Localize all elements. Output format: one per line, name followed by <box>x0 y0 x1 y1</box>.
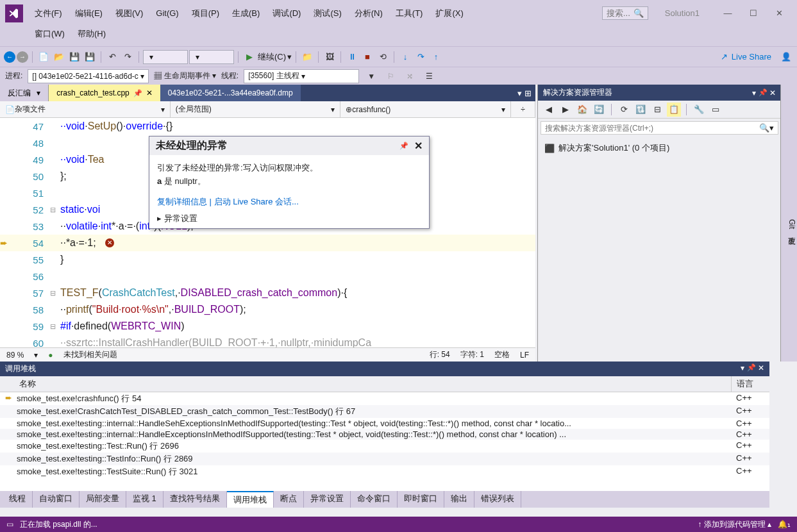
bottom-tab[interactable]: 命令窗口 <box>351 491 398 508</box>
error-icon[interactable]: ✕ <box>105 238 114 247</box>
screenshot-icon[interactable]: 🖼 <box>323 50 337 64</box>
step-over-icon[interactable]: ↷ <box>414 50 428 64</box>
git-changes-tab[interactable]: Git 更改 <box>780 85 797 362</box>
menu-git[interactable]: Git(G) <box>149 6 185 21</box>
menu-build[interactable]: 生成(B) <box>226 5 266 22</box>
tab-disassembly[interactable]: 反汇编 ▾ <box>0 85 49 101</box>
split-icon[interactable]: ÷ <box>511 101 535 117</box>
zoom-level[interactable]: 89 % <box>6 351 24 360</box>
pane-close-icon[interactable]: ✕ <box>769 88 776 97</box>
process-combo[interactable]: [] 043e1e02-5e21-4116-ad6d-c ▾ <box>28 69 149 83</box>
code-editor[interactable]: 47··void·SetUp()·override·{} 48 49··void… <box>0 118 535 347</box>
pin-popup-icon[interactable]: 📌 <box>399 142 408 150</box>
back-icon[interactable]: ◀ <box>542 103 556 117</box>
callstack-row[interactable]: smoke_test.exe!testing::internal::Handle… <box>0 429 769 440</box>
stop-icon[interactable]: ■ <box>360 50 374 64</box>
bottom-tab[interactable]: 查找符号结果 <box>164 491 227 508</box>
new-file-icon[interactable]: 📄 <box>37 50 51 64</box>
pin-icon[interactable]: 📌 <box>133 89 142 97</box>
restart-icon[interactable]: ⟲ <box>376 50 390 64</box>
stack-icon[interactable]: ☰ <box>422 69 436 83</box>
nav-func-combo[interactable]: ⊕ crashfunc()▾ <box>340 101 511 117</box>
live-share-button[interactable]: ↗ Live Share <box>714 52 778 62</box>
fwd-icon[interactable]: ▶ <box>558 103 573 117</box>
lifecycle-label[interactable]: ▦ 生命周期事件 ▾ <box>154 71 216 81</box>
menu-help[interactable]: 帮助(H) <box>71 26 112 42</box>
save-icon[interactable]: 💾 <box>67 50 81 64</box>
close-tab-icon[interactable]: ✕ <box>146 88 153 97</box>
pane-dropdown-icon[interactable]: ▾ <box>741 363 744 374</box>
bottom-tab[interactable]: 异常设置 <box>304 491 351 508</box>
nav-project-combo[interactable]: 📄 杂项文件▾ <box>0 101 171 117</box>
sync-icon[interactable]: ⟳ <box>617 103 631 117</box>
filter-icon[interactable]: ▼ <box>364 69 378 83</box>
bottom-tab[interactable]: 输出 <box>444 491 474 508</box>
close-button[interactable]: ✕ <box>766 5 792 22</box>
step-out-icon[interactable]: ↑ <box>429 50 443 64</box>
solution-tree[interactable]: ⬛ 解决方案'Solution1' (0 个项目) <box>538 137 781 159</box>
menu-view[interactable]: 视图(V) <box>109 5 149 22</box>
undo-icon[interactable]: ↶ <box>105 50 119 64</box>
col-name[interactable]: 名称 <box>0 376 731 392</box>
bottom-tab[interactable]: 断点 <box>274 491 304 508</box>
pane-pin-icon[interactable]: 📌 <box>759 88 768 97</box>
home-icon[interactable]: 🏠 <box>575 103 589 117</box>
quick-search[interactable]: 🔍 <box>602 6 648 20</box>
callstack-row[interactable]: smoke_test.exe!testing::internal::Handle… <box>0 418 769 429</box>
bottom-tab[interactable]: 自动窗口 <box>33 491 80 508</box>
bottom-tab[interactable]: 错误列表 <box>474 491 521 508</box>
show-all-icon[interactable]: 📋 <box>667 103 681 117</box>
platform-combo[interactable]: ▾ <box>189 50 234 64</box>
switch-view-icon[interactable]: 🔄 <box>592 103 606 117</box>
pane-dropdown-icon[interactable]: ▾ <box>752 88 756 97</box>
notifications-icon[interactable]: 🔔₁ <box>778 520 791 529</box>
copy-details-link[interactable]: 复制详细信息 <box>157 197 207 206</box>
bottom-tab[interactable]: 局部变量 <box>80 491 126 508</box>
collapse-icon[interactable]: ⊟ <box>650 103 664 117</box>
menu-project[interactable]: 项目(P) <box>185 5 226 22</box>
maximize-button[interactable]: ☐ <box>741 5 766 22</box>
open-icon[interactable]: 📂 <box>52 50 66 64</box>
callstack-row[interactable]: smoke_test.exe!CrashCatchTest_DISABLED_c… <box>0 405 769 418</box>
solution-root-item[interactable]: ⬛ 解决方案'Solution1' (0 个项目) <box>544 141 775 155</box>
callstack-rows[interactable]: ➨smoke_test.exe!crashfunc() 行 54C++smoke… <box>0 392 769 491</box>
col-lang[interactable]: 语言 <box>731 376 769 392</box>
properties-icon[interactable]: 🔧 <box>692 103 706 117</box>
menu-tools[interactable]: 工具(T) <box>389 5 430 22</box>
redo-icon[interactable]: ↷ <box>121 50 135 64</box>
folder-icon[interactable]: 📁 <box>300 50 314 64</box>
callstack-row[interactable]: smoke_test.exe!testing::TestInfo::Run() … <box>0 453 769 465</box>
menu-extensions[interactable]: 扩展(X) <box>429 5 469 22</box>
tab-overflow-icon[interactable]: ▾ ⊞ <box>514 85 535 101</box>
step-into-icon[interactable]: ↓ <box>398 50 412 64</box>
menu-file[interactable]: 文件(F) <box>28 5 69 22</box>
nav-fwd-button[interactable]: → <box>17 51 28 63</box>
bottom-tab[interactable]: 调用堆栈 <box>227 491 274 508</box>
callstack-row[interactable]: ➨smoke_test.exe!crashfunc() 行 54C++ <box>0 392 769 405</box>
nav-scope-combo[interactable]: (全局范围)▾ <box>171 101 341 117</box>
refresh-icon[interactable]: 🔃 <box>633 103 648 117</box>
save-all-icon[interactable]: 💾 <box>83 50 97 64</box>
tab-dump-file[interactable]: 043e1e02-5e21-...3a44ea9ea0f.dmp <box>160 85 301 101</box>
callstack-row[interactable]: smoke_test.exe!testing::TestSuite::Run()… <box>0 465 769 478</box>
preview-icon[interactable]: ▭ <box>709 103 723 117</box>
exception-settings-toggle[interactable]: ▸ 异常设置 <box>149 209 429 228</box>
start-liveshare-link[interactable]: 启动 Live Share 会话... <box>214 197 299 206</box>
tab-active-file[interactable]: crash_catch_test.cpp 📌 ✕ <box>49 85 160 101</box>
close-popup-icon[interactable]: ✕ <box>414 140 423 152</box>
continue-button[interactable]: ▶ <box>242 50 256 64</box>
minimize-button[interactable]: — <box>715 5 741 22</box>
flag-icon[interactable]: ⚐ <box>383 69 398 83</box>
pause-icon[interactable]: ⏸ <box>345 50 359 64</box>
bottom-tab[interactable]: 即时窗口 <box>398 491 444 508</box>
bottom-tab[interactable]: 监视 1 <box>126 491 164 508</box>
config-combo[interactable]: ▾ <box>143 50 188 64</box>
solution-search[interactable]: 🔍▾ <box>541 121 778 135</box>
bottom-tab[interactable]: 线程 <box>3 491 33 508</box>
search-input[interactable] <box>607 8 633 18</box>
menu-debug[interactable]: 调试(D) <box>266 5 307 22</box>
swap-icon[interactable]: ⤭ <box>403 69 417 83</box>
nav-back-button[interactable]: ← <box>4 51 15 63</box>
pane-close-icon[interactable]: ✕ <box>758 363 764 374</box>
menu-test[interactable]: 测试(S) <box>307 5 348 22</box>
